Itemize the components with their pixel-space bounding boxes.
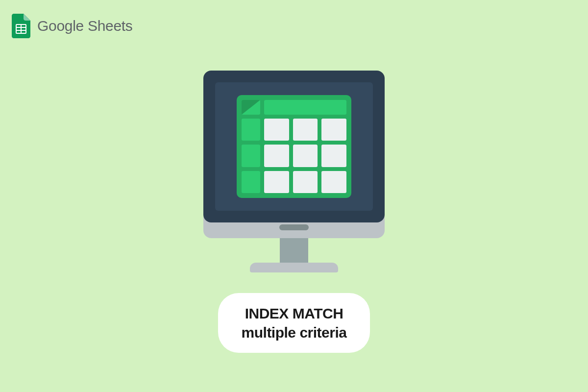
monitor-illustration — [203, 71, 385, 272]
monitor-base — [250, 263, 338, 272]
spreadsheet-cell — [321, 145, 346, 167]
product-logo-area: Google Sheets — [12, 14, 133, 38]
google-sheets-icon — [12, 14, 30, 38]
spreadsheet-cell — [293, 171, 318, 193]
monitor-neck — [280, 238, 308, 263]
spreadsheet-cell — [321, 119, 346, 141]
spreadsheet-row-header — [242, 145, 260, 167]
spreadsheet-cell — [293, 119, 318, 141]
monitor-power-button — [279, 224, 309, 230]
spreadsheet-cell — [264, 119, 289, 141]
caption-line-1: INDEX MATCH — [242, 304, 347, 323]
main-illustration-area: INDEX MATCH multiple criteria — [203, 71, 385, 353]
spreadsheet-cell — [264, 145, 289, 167]
spreadsheet-header-row — [242, 100, 346, 115]
spreadsheet-cell — [264, 171, 289, 193]
monitor-screen — [215, 82, 373, 211]
spreadsheet-row-header — [242, 119, 260, 141]
monitor-bezel — [203, 71, 385, 222]
spreadsheet-cell-grid — [264, 119, 346, 193]
spreadsheet-row-headers — [242, 119, 260, 193]
caption-pill: INDEX MATCH multiple criteria — [218, 293, 370, 353]
spreadsheet-row-header — [242, 171, 260, 193]
spreadsheet-corner-cell — [242, 100, 260, 115]
spreadsheet-cell — [293, 145, 318, 167]
spreadsheet-title-bar — [264, 100, 346, 115]
spreadsheet-body — [242, 119, 346, 193]
product-name: Google Sheets — [37, 18, 133, 34]
spreadsheet-cell — [321, 171, 346, 193]
spreadsheet-app-icon — [237, 95, 351, 198]
caption-line-2: multiple criteria — [242, 323, 347, 342]
